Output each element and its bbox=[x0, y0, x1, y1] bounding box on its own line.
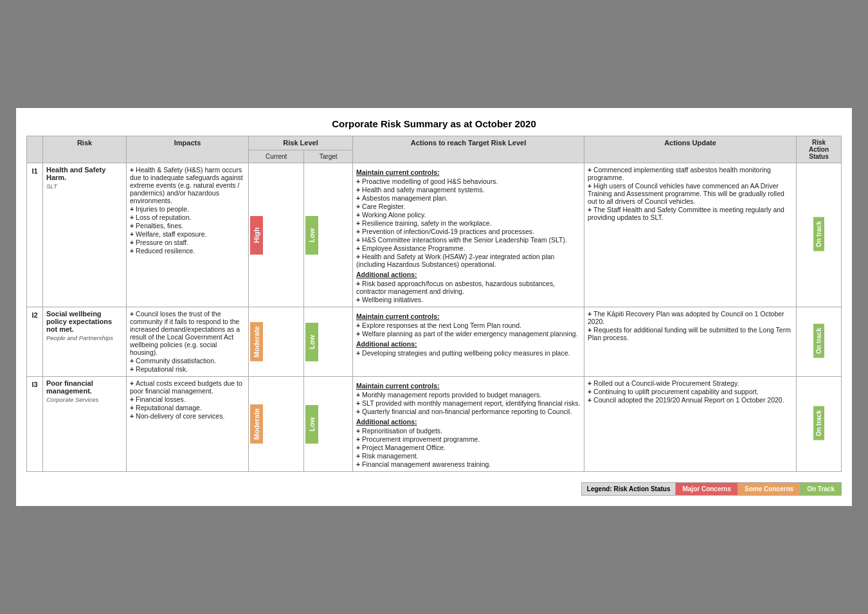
row-target-level: Low bbox=[304, 163, 353, 307]
row-impacts: Actual costs exceed budgets due to poor … bbox=[127, 377, 249, 472]
table-row: I1Health and Safety Harm.SLTHealth & Saf… bbox=[27, 163, 842, 307]
row-status: On track bbox=[797, 377, 842, 472]
col-header-num bbox=[27, 136, 43, 163]
row-current-level: Moderate bbox=[249, 377, 304, 472]
table-row: I2Social wellbeing policy expectations n… bbox=[27, 307, 842, 377]
row-actions-update: Commenced implementing staff asbestos he… bbox=[584, 163, 797, 307]
col-header-risk-level: Risk Level bbox=[249, 136, 353, 150]
row-actions: Maintain current controls:Explore respon… bbox=[353, 307, 584, 377]
row-current-level: Moderate bbox=[249, 307, 304, 377]
row-actions: Maintain current controls:Monthly manage… bbox=[353, 377, 584, 472]
col-header-actions: Actions to reach Target Risk Level bbox=[353, 136, 584, 163]
col-header-impacts: Impacts bbox=[127, 136, 249, 163]
row-status: On track bbox=[797, 307, 842, 377]
table-row: I3Poor financial management.Corporate Se… bbox=[27, 377, 842, 472]
row-risk: Health and Safety Harm.SLT bbox=[43, 163, 127, 307]
legend-major: Major Concerns bbox=[675, 482, 738, 496]
col-header-target: Target bbox=[304, 150, 353, 163]
row-actions: Maintain current controls:Proactive mode… bbox=[353, 163, 584, 307]
row-target-level: Low bbox=[304, 377, 353, 472]
row-risk: Social wellbeing policy expectations not… bbox=[43, 307, 127, 377]
legend-area: Legend: Risk Action Status Major Concern… bbox=[26, 482, 842, 496]
col-header-status: RiskActionStatus bbox=[797, 136, 842, 163]
page-title: Corporate Risk Summary as at October 202… bbox=[26, 118, 842, 129]
col-header-actions-update: Actions Update bbox=[584, 136, 797, 163]
row-target-level: Low bbox=[304, 307, 353, 377]
row-actions-update: The Kāpiti Recovery Plan was adopted by … bbox=[584, 307, 797, 377]
row-risk: Poor financial management.Corporate Serv… bbox=[43, 377, 127, 472]
legend-some: Some Concerns bbox=[737, 482, 800, 496]
row-number: I1 bbox=[27, 163, 43, 307]
row-impacts: Health & Safety (H&S) harm occurs due to… bbox=[127, 163, 249, 307]
row-status: On track bbox=[797, 163, 842, 307]
row-actions-update: Rolled out a Council-wide Procurement St… bbox=[584, 377, 797, 472]
col-header-risk: Risk bbox=[43, 136, 127, 163]
risk-table: Risk Impacts Risk Level Actions to reach… bbox=[26, 136, 842, 472]
row-current-level: High bbox=[249, 163, 304, 307]
row-number: I3 bbox=[27, 377, 43, 472]
col-header-current: Current bbox=[249, 150, 304, 163]
legend-ontrack: On Track bbox=[800, 482, 842, 496]
legend-label: Legend: Risk Action Status bbox=[581, 482, 676, 496]
row-impacts: Council loses the trust of the community… bbox=[127, 307, 249, 377]
row-number: I2 bbox=[27, 307, 43, 377]
